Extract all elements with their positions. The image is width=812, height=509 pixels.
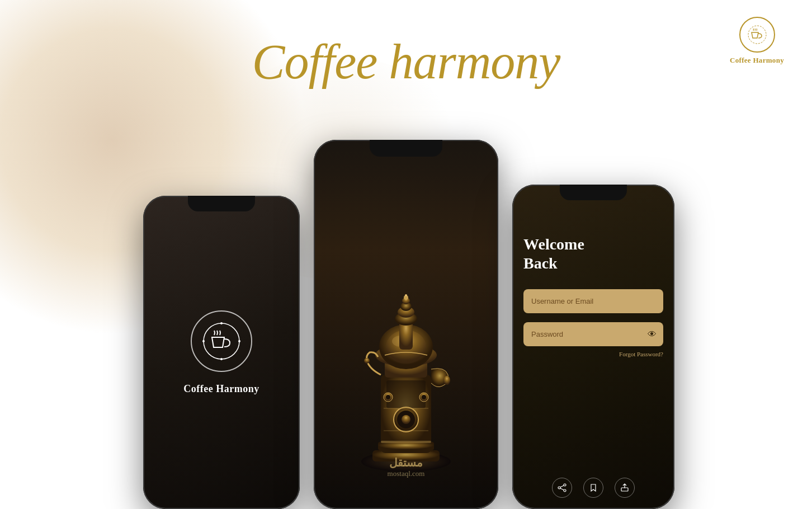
svg-rect-31 (378, 442, 434, 450)
top-logo: Coffee Harmony (730, 17, 784, 65)
svg-rect-9 (386, 380, 426, 408)
svg-point-30 (364, 358, 370, 364)
svg-point-27 (386, 395, 390, 399)
svg-point-1 (204, 323, 239, 359)
svg-point-24 (405, 294, 407, 296)
svg-point-12 (402, 415, 410, 424)
svg-line-39 (560, 488, 564, 490)
export-icon (620, 483, 629, 492)
splash-cup-icon (202, 322, 241, 361)
watermark-arabic: مستقل (388, 456, 425, 469)
welcome-back-title: WelcomeBack (523, 235, 663, 272)
svg-point-4 (202, 340, 205, 342)
svg-point-36 (558, 487, 560, 489)
main-title: Coffee harmony (0, 34, 812, 90)
phone-center-content (314, 140, 498, 509)
watermark-url: mostaql.com (388, 469, 425, 478)
eye-icon[interactable]: 👁 (648, 329, 657, 340)
svg-point-5 (238, 340, 240, 342)
coffee-machine-illustration (339, 263, 473, 475)
svg-point-35 (564, 484, 566, 486)
phone-left: Coffee Harmony (143, 196, 300, 509)
bookmark-icon-btn[interactable] (583, 478, 603, 498)
svg-line-38 (560, 486, 564, 487)
password-input[interactable] (523, 322, 663, 346)
share-icon (558, 483, 566, 492)
phone-notch-right (560, 185, 627, 200)
splash-app-name: Coffee Harmony (183, 383, 259, 395)
phone-notch-center (370, 140, 442, 157)
phones-container: Coffee Harmony (98, 117, 714, 509)
phone-center (314, 140, 498, 509)
svg-point-2 (220, 322, 223, 324)
bottom-icons (512, 478, 674, 498)
svg-point-0 (748, 26, 766, 44)
logo-text: Coffee Harmony (730, 56, 784, 65)
svg-point-29 (422, 395, 426, 399)
coffee-cup-icon (747, 25, 767, 45)
bookmark-icon (589, 483, 598, 492)
svg-rect-32 (381, 441, 431, 443)
export-icon-btn[interactable] (615, 478, 635, 498)
logo-circle (739, 17, 775, 53)
phone-right-content: WelcomeBack 👁 Forgot Password? (512, 185, 674, 509)
phone-left-content: Coffee Harmony (143, 196, 300, 509)
phone-notch-left (188, 196, 255, 211)
share-icon-btn[interactable] (552, 478, 572, 498)
svg-point-25 (443, 376, 450, 385)
watermark: مستقل mostaql.com (388, 456, 425, 478)
splash-logo-circle (191, 310, 252, 372)
phone-right: WelcomeBack 👁 Forgot Password? (512, 185, 674, 509)
username-input[interactable] (523, 289, 663, 313)
svg-point-37 (564, 489, 566, 492)
forgot-password-link[interactable]: Forgot Password? (523, 351, 663, 357)
svg-point-3 (220, 358, 223, 360)
password-wrapper: 👁 (523, 322, 663, 346)
